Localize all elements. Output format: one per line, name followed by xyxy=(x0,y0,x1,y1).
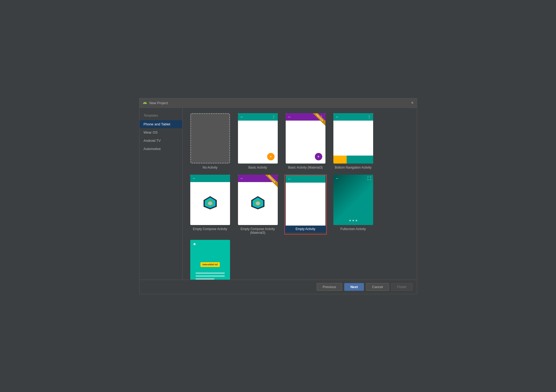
bottom-nav-tab-1 xyxy=(333,156,347,164)
interstitial-ad-label: Interstitial Ad xyxy=(200,262,220,267)
admob-thumb: Interstitial Ad xyxy=(190,240,230,280)
template-empty-compose[interactable]: ← Empty Compose Acti xyxy=(189,175,231,235)
sidebar-item-label-wear-os: Wear OS xyxy=(144,130,158,134)
title-bar: New Project × xyxy=(139,98,417,108)
menu-dots-icon: ⋮ xyxy=(272,115,276,119)
empty-activity-label: Empty Activity xyxy=(285,226,326,232)
nav-dot-3 xyxy=(356,220,357,221)
basic-activity-m3-body: + xyxy=(286,121,325,164)
basic-activity-thumb: ← ⋮ + xyxy=(238,113,278,164)
menu-dots-bn-icon: ⋮ xyxy=(367,115,371,119)
empty-compose-body xyxy=(190,182,230,225)
basic-activity-label: Basic Activity xyxy=(248,166,267,169)
empty-activity-thumb: ← xyxy=(286,175,325,226)
previous-button[interactable]: Previous xyxy=(317,283,342,291)
sidebar: Templates Phone and Tablet Wear OS Andro… xyxy=(139,108,183,280)
bottom-nav-tab-3 xyxy=(360,157,373,164)
new-project-dialog: New Project × Templates Phone and Tablet… xyxy=(139,98,417,294)
sidebar-item-label-automotive: Automotive xyxy=(144,147,161,151)
back-arrow-ec-icon: ← xyxy=(192,176,196,180)
bottom-nav-phone: ← ⋮ xyxy=(333,113,373,164)
empty-activity-toolbar: ← xyxy=(286,175,325,183)
preview-ribbon-container-m3: PREVIEW xyxy=(264,175,278,188)
admob-text-lines xyxy=(196,272,225,280)
bottom-nav-label: Bottom Navigation Activity xyxy=(335,166,372,169)
back-arrow-ecm3-icon: ← xyxy=(240,176,244,180)
template-google-admob[interactable]: Interstitial Ad Google AdMob Ads Activit… xyxy=(189,240,231,280)
dialog-footer: Previous Next Cancel Finish xyxy=(139,280,417,294)
template-empty-activity[interactable]: ← Empty Activity xyxy=(284,175,327,235)
template-fullscreen[interactable]: ← ⛶ Fullscreen Activity xyxy=(332,175,374,235)
fullscreen-phone: ← ⛶ xyxy=(333,175,373,225)
template-bottom-nav[interactable]: ← ⋮ Bottom Navigation Activity xyxy=(332,113,374,169)
admob-line-3 xyxy=(196,278,215,280)
bottom-nav-tab-2 xyxy=(347,157,360,164)
sidebar-item-android-tv[interactable]: Android TV xyxy=(139,136,182,145)
basic-activity-toolbar: ← ⋮ xyxy=(238,113,278,121)
close-button[interactable]: × xyxy=(411,101,413,105)
empty-activity-body xyxy=(286,183,325,226)
sidebar-item-label-android-tv: Android TV xyxy=(144,139,161,143)
bottom-nav-body xyxy=(333,121,373,156)
empty-compose-m3-body xyxy=(238,182,278,225)
empty-compose-thumb: ← xyxy=(190,175,230,225)
empty-compose-m3-label: Empty Compose Activity (Material3) xyxy=(237,227,279,235)
admob-line-2 xyxy=(196,275,225,277)
sidebar-item-wear-os[interactable]: Wear OS xyxy=(139,128,182,136)
dialog-title: New Project xyxy=(149,101,168,105)
next-button[interactable]: Next xyxy=(344,283,364,291)
expand-icon: ⛶ xyxy=(367,176,371,180)
back-arrow-bn-icon: ← xyxy=(336,115,339,119)
preview-ribbon-container: PREVIEW xyxy=(312,113,325,127)
back-arrow-icon: ← xyxy=(240,115,244,119)
basic-activity-phone: ← ⋮ + xyxy=(238,113,278,164)
preview-ribbon: PREVIEW xyxy=(312,113,325,126)
cancel-button[interactable]: Cancel xyxy=(366,283,389,291)
empty-compose-m3-thumb: ← PREVIEW xyxy=(238,175,278,225)
fullscreen-thumb: ← ⛶ xyxy=(333,175,373,225)
compose-logo-m3-icon xyxy=(250,195,266,211)
dialog-content: Templates Phone and Tablet Wear OS Andro… xyxy=(139,108,417,280)
basic-activity-body: + xyxy=(238,121,278,164)
template-basic-activity-m3[interactable]: ← ⋮ + PREVIEW Basic Activity (Material3) xyxy=(284,113,327,169)
nav-dot-2 xyxy=(352,220,354,221)
sidebar-item-phone-tablet[interactable]: Phone and Tablet xyxy=(139,120,182,128)
template-no-activity[interactable]: No Activity xyxy=(189,113,231,169)
fullscreen-gradient xyxy=(333,175,373,225)
fab-button-m3: + xyxy=(315,153,322,160)
back-arrow-fs-icon: ← xyxy=(336,176,339,180)
android-icon xyxy=(143,100,147,105)
bottom-nav-toolbar: ← ⋮ xyxy=(333,113,373,121)
empty-compose-toolbar: ← xyxy=(190,175,230,182)
fullscreen-label: Fullscreen Activity xyxy=(340,227,366,231)
no-activity-label: No Activity xyxy=(202,166,217,169)
back-arrow-ea-icon: ← xyxy=(288,177,292,181)
preview-ribbon-m3: PREVIEW xyxy=(264,175,278,187)
sidebar-item-automotive[interactable]: Automotive xyxy=(139,145,182,153)
phone-nav-dots xyxy=(349,220,357,221)
template-grid: No Activity ← ⋮ + Basic Activity xyxy=(183,108,417,280)
back-arrow-m3-icon: ← xyxy=(288,115,292,119)
admob-camera-dot xyxy=(193,243,196,245)
template-basic-activity[interactable]: ← ⋮ + Basic Activity xyxy=(237,113,279,169)
basic-activity-m3-label: Basic Activity (Material3) xyxy=(288,166,323,169)
bottom-nav-thumb: ← ⋮ xyxy=(333,113,373,164)
bottom-nav-bar xyxy=(333,156,373,164)
admob-top xyxy=(190,240,230,248)
fullscreen-toolbar: ← ⛶ xyxy=(333,175,373,182)
admob-phone: Interstitial Ad xyxy=(190,240,230,280)
empty-compose-phone: ← xyxy=(190,175,230,225)
admob-line-1 xyxy=(196,272,225,274)
no-activity-thumb xyxy=(190,113,230,164)
sidebar-item-label-phone-tablet: Phone and Tablet xyxy=(144,122,170,126)
fab-button: + xyxy=(267,153,275,160)
finish-button[interactable]: Finish xyxy=(391,283,413,291)
compose-logo-icon xyxy=(202,195,218,211)
sidebar-section-label: Templates xyxy=(139,112,182,120)
basic-activity-m3-thumb: ← ⋮ + PREVIEW xyxy=(286,113,325,164)
template-empty-compose-m3[interactable]: ← PREVIEW xyxy=(237,175,279,235)
empty-compose-label: Empty Compose Activity xyxy=(193,227,227,231)
nav-dot-1 xyxy=(349,220,351,221)
